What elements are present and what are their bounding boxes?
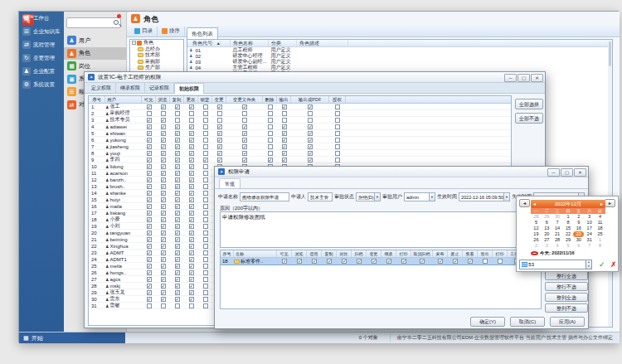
checkbox[interactable] bbox=[175, 111, 180, 116]
checkbox[interactable]: ✓ bbox=[175, 104, 180, 109]
sidebar-item[interactable]: ♟ 企业配置 bbox=[19, 65, 64, 78]
checkbox[interactable]: ✓ bbox=[189, 290, 194, 295]
checkbox[interactable]: ✓ bbox=[217, 151, 222, 156]
checkbox[interactable] bbox=[189, 111, 194, 116]
checkbox[interactable] bbox=[203, 217, 208, 222]
checkbox[interactable]: ✓ bbox=[189, 104, 194, 109]
calendar-day[interactable]: 16 bbox=[573, 226, 584, 231]
column-header[interactable]: 可见 bbox=[277, 250, 292, 257]
checkbox[interactable]: ✓ bbox=[161, 171, 166, 176]
checkbox[interactable]: ✓ bbox=[147, 250, 152, 255]
checkbox[interactable] bbox=[203, 118, 208, 123]
toolbar-button[interactable]: 目录 bbox=[130, 27, 158, 36]
checkbox[interactable]: ✓ bbox=[147, 264, 152, 269]
next-month-icon[interactable]: ► bbox=[600, 200, 604, 208]
checkbox[interactable] bbox=[282, 118, 287, 123]
close-button[interactable]: ✕ bbox=[531, 74, 543, 82]
calendar-day[interactable]: 15 bbox=[563, 226, 574, 231]
checkbox[interactable]: ✓ bbox=[308, 138, 313, 143]
checkbox[interactable]: ✓ bbox=[308, 124, 313, 129]
permission-tab[interactable]: 继承权限 bbox=[116, 83, 145, 94]
checkbox[interactable]: ✓ bbox=[282, 104, 287, 109]
column-header[interactable]: 复制 bbox=[322, 250, 337, 257]
column-header[interactable]: 归档 bbox=[352, 250, 367, 257]
checkbox[interactable]: ✓ bbox=[175, 204, 180, 209]
calendar-day[interactable]: 26 bbox=[531, 237, 542, 243]
checkbox[interactable]: ✓ bbox=[147, 138, 152, 143]
checkbox[interactable]: ✓ bbox=[189, 244, 194, 249]
calendar-day[interactable]: 4 bbox=[595, 214, 605, 220]
checkbox[interactable] bbox=[189, 118, 194, 123]
checkbox[interactable]: ✓ bbox=[147, 224, 152, 229]
column-header[interactable]: 角色名称 bbox=[231, 40, 269, 46]
checkbox[interactable]: ✓ bbox=[147, 197, 152, 202]
tab-general[interactable]: 常规 bbox=[219, 178, 241, 188]
checkbox[interactable]: ✓ bbox=[147, 177, 152, 182]
checkbox[interactable]: ✓ bbox=[175, 264, 180, 269]
checkbox[interactable]: ✓ bbox=[242, 124, 247, 129]
checkbox[interactable] bbox=[242, 118, 247, 123]
sidebar-item[interactable]: ⚙ 系统设置 bbox=[19, 78, 64, 91]
select-button[interactable]: 整列不选 bbox=[545, 303, 588, 313]
checkbox[interactable] bbox=[335, 138, 340, 143]
checkbox[interactable]: ✓ bbox=[357, 259, 362, 264]
checkbox[interactable] bbox=[203, 244, 208, 249]
permission-tab[interactable]: 初始权限 bbox=[174, 83, 204, 94]
next-button[interactable]: ► bbox=[605, 199, 615, 207]
selected-row[interactable]: 18 标准零件.. ✓✓✓✓✓✓✓✓✓✓✓✓✓✓✓ bbox=[221, 258, 541, 265]
checkbox[interactable]: ✓ bbox=[189, 138, 194, 143]
select-button[interactable]: 整行全选 bbox=[545, 271, 588, 280]
column-header[interactable]: 序号 bbox=[221, 250, 234, 257]
checkbox[interactable]: ✓ bbox=[242, 138, 247, 143]
scrollbar[interactable] bbox=[608, 40, 612, 327]
checkbox[interactable] bbox=[189, 303, 194, 308]
checkbox[interactable]: ✓ bbox=[308, 144, 313, 149]
column-header[interactable]: 锁定 bbox=[198, 96, 212, 103]
checkbox[interactable] bbox=[203, 211, 208, 216]
checkbox[interactable] bbox=[203, 104, 208, 109]
checkbox[interactable] bbox=[203, 224, 208, 229]
calendar-day[interactable]: 29 bbox=[563, 237, 574, 243]
start-button[interactable]: ▦ 开始 bbox=[19, 332, 125, 343]
checkbox[interactable]: ✓ bbox=[242, 104, 247, 109]
column-header[interactable]: 打印 bbox=[493, 250, 508, 257]
checkbox[interactable]: ✓ bbox=[189, 204, 194, 209]
permission-row[interactable]: 3 ♟技术专员 ✓✓ bbox=[89, 117, 511, 124]
checkbox[interactable]: ✓ bbox=[161, 284, 166, 289]
checkbox[interactable]: ✓ bbox=[268, 158, 273, 163]
calendar-day[interactable]: 14 bbox=[552, 226, 563, 231]
calendar-day[interactable]: 2 bbox=[573, 214, 584, 220]
column-header[interactable]: 名称 bbox=[234, 250, 277, 257]
calendar-day[interactable]: 8 bbox=[595, 243, 605, 249]
column-header[interactable]: 输出 bbox=[277, 96, 291, 103]
column-header[interactable]: 变更 bbox=[367, 250, 381, 257]
checkbox[interactable]: ✓ bbox=[175, 158, 180, 163]
checkbox[interactable]: ✓ bbox=[282, 124, 287, 129]
checkbox[interactable] bbox=[335, 131, 340, 136]
checkbox[interactable]: ✓ bbox=[161, 277, 166, 282]
close-button[interactable]: ✕ bbox=[574, 168, 586, 177]
checkbox[interactable]: ✓ bbox=[327, 259, 332, 264]
checkbox[interactable]: ✓ bbox=[147, 124, 152, 129]
checkbox[interactable]: ✓ bbox=[189, 257, 194, 262]
checkbox[interactable]: ✓ bbox=[175, 197, 180, 202]
permission-row[interactable]: 5 ♟shiwan ✓✓✓✓✓✓✓✓ bbox=[89, 130, 511, 137]
column-header[interactable]: 分类 bbox=[269, 40, 297, 46]
calendar-day[interactable]: 29 bbox=[542, 214, 552, 220]
checkbox[interactable] bbox=[203, 191, 208, 196]
checkbox[interactable]: ✓ bbox=[217, 124, 222, 129]
calendar-day[interactable]: 3 bbox=[584, 214, 595, 220]
checkbox[interactable]: ✓ bbox=[401, 259, 406, 264]
checkbox[interactable]: ✓ bbox=[161, 297, 166, 302]
checkbox[interactable]: ✓ bbox=[147, 158, 152, 163]
checkbox[interactable]: ✓ bbox=[189, 250, 194, 255]
column-header[interactable]: 用户 bbox=[105, 96, 142, 103]
checkbox[interactable]: ✓ bbox=[161, 164, 166, 169]
checkbox[interactable]: ✓ bbox=[175, 217, 180, 222]
collapse-icon[interactable]: - bbox=[132, 41, 136, 45]
calendar-day[interactable]: 7 bbox=[584, 243, 595, 249]
calendar-day[interactable]: 28 bbox=[552, 237, 563, 243]
checkbox[interactable]: ✓ bbox=[161, 184, 166, 189]
calendar-day[interactable]: 4 bbox=[552, 243, 563, 249]
field-input[interactable]: 技术主管▾ bbox=[308, 192, 333, 201]
